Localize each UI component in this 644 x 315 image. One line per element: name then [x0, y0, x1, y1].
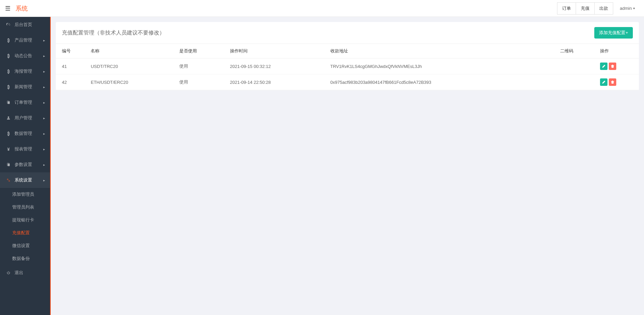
th-use: 是否使用 [176, 44, 227, 58]
sidebar: 后台首页₿产品管理▸₿动态公告▸₿海报管理▸₿新闻管理▸订单管理▸用户管理▸₿数… [0, 17, 51, 95]
bitcoin-icon: ₿ [5, 53, 12, 58]
brand-title: 系统 [16, 4, 28, 13]
dashboard-icon [5, 23, 12, 27]
sidebar-item-5[interactable]: 订单管理▸ [0, 95, 50, 95]
th-id: 编号 [56, 44, 87, 58]
sidebar-item-label: 动态公告 [15, 53, 43, 59]
cell-address: TRV1RvK1LS4cgGMGhJwdxQfVkNVMEsL3Jh [327, 58, 557, 74]
sidebar-item-2[interactable]: ₿动态公告▸ [0, 48, 50, 64]
top-button-withdraw[interactable]: 出款 [594, 2, 613, 15]
topbar: ☰ 系统 订单 充值 出款 admin ▾ [0, 0, 644, 17]
sidebar-item-1[interactable]: ₿产品管理▸ [0, 32, 50, 48]
th-time: 操作时间 [227, 44, 327, 58]
add-config-button[interactable]: 添加充值配置+ [594, 27, 633, 39]
chevron-right-icon: ▸ [43, 39, 45, 42]
topbar-right: 订单 充值 出款 admin ▾ [557, 2, 639, 15]
chevron-right-icon: ▸ [43, 54, 45, 58]
chevron-right-icon: ▸ [43, 70, 45, 73]
table-row: 42 ETH/USDT/ERC20 使用 2021-09-14 22:50:28… [56, 74, 639, 90]
sidebar-item-4[interactable]: ₿新闻管理▸ [0, 79, 50, 95]
bitcoin-icon: ₿ [5, 84, 12, 90]
panel-title: 充值配置管理（非技术人员建议不要修改） [62, 29, 165, 37]
delete-button[interactable] [609, 78, 616, 86]
bitcoin-icon: ₿ [5, 69, 12, 74]
top-button-orders[interactable]: 订单 [557, 2, 576, 15]
sidebar-item-label: 新闻管理 [15, 84, 43, 90]
delete-button[interactable] [609, 63, 616, 70]
cell-used: 使用 [176, 74, 227, 90]
cell-id: 41 [56, 58, 87, 74]
th-address: 收款地址 [327, 44, 557, 58]
cell-address: 0x975acf983b203a9804147fB661Fcd5c8eA72B3… [327, 74, 557, 90]
edit-button[interactable] [600, 78, 607, 86]
top-button-recharge[interactable]: 充值 [576, 2, 595, 15]
cell-qr [557, 58, 597, 74]
sidebar-item-label: 产品管理 [15, 37, 43, 43]
table-header-row: 编号 名称 是否使用 操作时间 收款地址 二维码 操作 [56, 44, 639, 58]
panel: 充值配置管理（非技术人员建议不要修改） 添加充值配置+ 编号 名称 是否使用 操… [56, 22, 639, 90]
sidebar-item-label: 后台首页 [15, 22, 45, 28]
cell-id: 42 [56, 74, 87, 90]
sidebar-item-3[interactable]: ₿海报管理▸ [0, 64, 50, 79]
table-row: 41 USDT/TRC20 使用 2021-09-15 00:32:12 TRV… [56, 58, 639, 74]
cell-time: 2021-09-15 00:32:12 [227, 58, 327, 74]
th-qr: 二维码 [557, 44, 597, 58]
cell-qr [557, 74, 597, 90]
cell-actions [597, 58, 639, 74]
th-action: 操作 [597, 44, 639, 58]
bitcoin-icon: ₿ [5, 38, 12, 43]
cell-used: 使用 [176, 58, 227, 74]
user-dropdown[interactable]: admin ▾ [616, 3, 639, 14]
config-table: 编号 名称 是否使用 操作时间 收款地址 二维码 操作 41 USDT/TRC2… [56, 44, 639, 90]
panel-header: 充值配置管理（非技术人员建议不要修改） 添加充值配置+ [56, 22, 639, 44]
main-content: 充值配置管理（非技术人员建议不要修改） 添加充值配置+ 编号 名称 是否使用 操… [51, 17, 644, 95]
user-name: admin [620, 6, 632, 11]
cell-name: USDT/TRC20 [87, 58, 176, 74]
topbar-left: ☰ 系统 [5, 4, 28, 13]
cell-actions [597, 74, 639, 90]
th-name: 名称 [87, 44, 176, 58]
hamburger-icon[interactable]: ☰ [5, 5, 10, 12]
cell-time: 2021-09-14 22:50:28 [227, 74, 327, 90]
edit-button[interactable] [600, 63, 607, 70]
sidebar-item-0[interactable]: 后台首页 [0, 17, 50, 32]
cell-name: ETH/USDT/ERC20 [87, 74, 176, 90]
sidebar-item-label: 海报管理 [15, 68, 43, 74]
chevron-down-icon: ▾ [633, 6, 635, 10]
chevron-right-icon: ▸ [43, 85, 45, 89]
